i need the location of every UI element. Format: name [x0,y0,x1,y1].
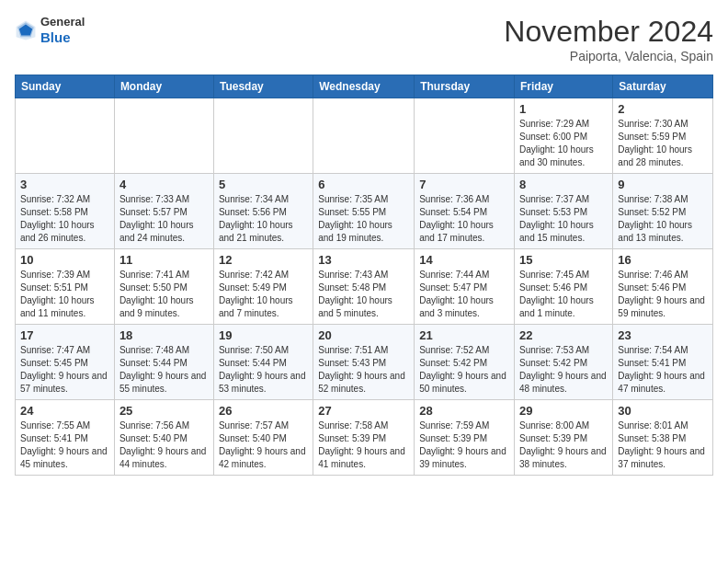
day-info: Sunrise: 7:52 AM Sunset: 5:42 PM Dayligh… [419,344,509,396]
day-info: Sunrise: 7:37 AM Sunset: 5:53 PM Dayligh… [519,193,608,245]
day-cell: 20Sunrise: 7:51 AM Sunset: 5:43 PM Dayli… [313,325,415,400]
logo-text: General Blue [40,15,85,46]
day-cell: 23Sunrise: 7:54 AM Sunset: 5:41 PM Dayli… [613,325,713,400]
day-number: 14 [419,253,509,267]
day-number: 9 [618,178,708,191]
day-info: Sunrise: 7:32 AM Sunset: 5:58 PM Dayligh… [20,193,109,245]
day-number: 23 [618,328,708,342]
day-number: 13 [318,253,409,267]
day-cell: 10Sunrise: 7:39 AM Sunset: 5:51 PM Dayli… [16,249,115,325]
day-info: Sunrise: 7:46 AM Sunset: 5:46 PM Dayligh… [618,269,708,320]
day-number: 2 [618,102,708,116]
day-cell: 12Sunrise: 7:42 AM Sunset: 5:49 PM Dayli… [213,249,313,325]
day-info: Sunrise: 7:50 AM Sunset: 5:44 PM Dayligh… [219,344,308,396]
day-info: Sunrise: 8:00 AM Sunset: 5:39 PM Dayligh… [519,419,608,471]
day-number: 15 [519,253,608,267]
day-number: 12 [219,253,308,267]
day-number: 22 [519,328,608,342]
day-cell [213,98,313,174]
day-number: 7 [419,178,509,191]
day-cell: 9Sunrise: 7:38 AM Sunset: 5:52 PM Daylig… [613,174,713,249]
day-cell: 3Sunrise: 7:32 AM Sunset: 5:58 PM Daylig… [16,174,115,249]
day-cell: 25Sunrise: 7:56 AM Sunset: 5:40 PM Dayli… [114,400,213,476]
day-info: Sunrise: 7:35 AM Sunset: 5:55 PM Dayligh… [318,193,409,245]
day-cell [415,98,515,174]
day-cell: 22Sunrise: 7:53 AM Sunset: 5:42 PM Dayli… [515,325,613,400]
day-info: Sunrise: 7:39 AM Sunset: 5:51 PM Dayligh… [20,269,109,320]
week-row-4: 24Sunrise: 7:55 AM Sunset: 5:41 PM Dayli… [16,400,713,476]
day-cell: 18Sunrise: 7:48 AM Sunset: 5:44 PM Dayli… [114,325,213,400]
col-header-wednesday: Wednesday [313,75,415,98]
col-header-sunday: Sunday [16,75,115,98]
day-cell: 26Sunrise: 7:57 AM Sunset: 5:40 PM Dayli… [213,400,313,476]
day-info: Sunrise: 7:29 AM Sunset: 6:00 PM Dayligh… [519,118,608,169]
calendar-header: SundayMondayTuesdayWednesdayThursdayFrid… [16,75,713,98]
calendar-body: 1Sunrise: 7:29 AM Sunset: 6:00 PM Daylig… [16,98,713,476]
logo-icon [15,19,37,41]
day-cell [16,98,115,174]
day-cell: 1Sunrise: 7:29 AM Sunset: 6:00 PM Daylig… [515,98,613,174]
day-info: Sunrise: 7:42 AM Sunset: 5:49 PM Dayligh… [219,269,308,320]
day-info: Sunrise: 7:33 AM Sunset: 5:57 PM Dayligh… [119,193,209,245]
day-cell: 29Sunrise: 8:00 AM Sunset: 5:39 PM Dayli… [515,400,613,476]
day-number: 18 [119,328,209,342]
day-info: Sunrise: 7:30 AM Sunset: 5:59 PM Dayligh… [618,118,708,169]
day-info: Sunrise: 7:56 AM Sunset: 5:40 PM Dayligh… [119,419,209,471]
day-info: Sunrise: 7:57 AM Sunset: 5:40 PM Dayligh… [219,419,308,471]
day-cell: 21Sunrise: 7:52 AM Sunset: 5:42 PM Dayli… [415,325,515,400]
day-info: Sunrise: 7:54 AM Sunset: 5:41 PM Dayligh… [618,344,708,396]
logo-blue: Blue [40,29,85,46]
day-info: Sunrise: 7:48 AM Sunset: 5:44 PM Dayligh… [119,344,209,396]
day-number: 10 [20,253,109,267]
day-number: 19 [219,328,308,342]
day-info: Sunrise: 7:34 AM Sunset: 5:56 PM Dayligh… [219,193,308,245]
day-cell: 2Sunrise: 7:30 AM Sunset: 5:59 PM Daylig… [613,98,713,174]
day-info: Sunrise: 7:51 AM Sunset: 5:43 PM Dayligh… [318,344,409,396]
page: General Blue November 2024 Paiporta, Val… [0,0,728,490]
day-number: 16 [618,253,708,267]
location: Paiporta, Valencia, Spain [504,49,713,63]
day-cell: 30Sunrise: 8:01 AM Sunset: 5:38 PM Dayli… [613,400,713,476]
day-cell [313,98,415,174]
day-info: Sunrise: 7:43 AM Sunset: 5:48 PM Dayligh… [318,269,409,320]
day-number: 20 [318,328,409,342]
day-info: Sunrise: 7:53 AM Sunset: 5:42 PM Dayligh… [519,344,608,396]
col-header-friday: Friday [515,75,613,98]
month-title: November 2024 [504,15,713,49]
day-cell: 19Sunrise: 7:50 AM Sunset: 5:44 PM Dayli… [213,325,313,400]
day-cell: 4Sunrise: 7:33 AM Sunset: 5:57 PM Daylig… [114,174,213,249]
day-cell: 27Sunrise: 7:58 AM Sunset: 5:39 PM Dayli… [313,400,415,476]
day-info: Sunrise: 7:58 AM Sunset: 5:39 PM Dayligh… [318,419,409,471]
day-number: 27 [318,404,409,418]
day-number: 4 [119,178,209,191]
day-info: Sunrise: 7:45 AM Sunset: 5:46 PM Dayligh… [519,269,608,320]
day-number: 30 [618,404,708,418]
day-info: Sunrise: 7:41 AM Sunset: 5:50 PM Dayligh… [119,269,209,320]
week-row-3: 17Sunrise: 7:47 AM Sunset: 5:45 PM Dayli… [16,325,713,400]
day-number: 25 [119,404,209,418]
day-cell: 8Sunrise: 7:37 AM Sunset: 5:53 PM Daylig… [515,174,613,249]
day-info: Sunrise: 7:44 AM Sunset: 5:47 PM Dayligh… [419,269,509,320]
day-cell [114,98,213,174]
day-cell: 14Sunrise: 7:44 AM Sunset: 5:47 PM Dayli… [415,249,515,325]
week-row-0: 1Sunrise: 7:29 AM Sunset: 6:00 PM Daylig… [16,98,713,174]
day-info: Sunrise: 8:01 AM Sunset: 5:38 PM Dayligh… [618,419,708,471]
col-header-thursday: Thursday [415,75,515,98]
day-cell: 13Sunrise: 7:43 AM Sunset: 5:48 PM Dayli… [313,249,415,325]
day-cell: 17Sunrise: 7:47 AM Sunset: 5:45 PM Dayli… [16,325,115,400]
day-cell: 24Sunrise: 7:55 AM Sunset: 5:41 PM Dayli… [16,400,115,476]
day-number: 21 [419,328,509,342]
day-number: 26 [219,404,308,418]
week-row-1: 3Sunrise: 7:32 AM Sunset: 5:58 PM Daylig… [16,174,713,249]
logo: General Blue [15,15,85,46]
day-cell: 7Sunrise: 7:36 AM Sunset: 5:54 PM Daylig… [415,174,515,249]
header: General Blue November 2024 Paiporta, Val… [15,15,713,63]
day-number: 6 [318,178,409,191]
day-cell: 28Sunrise: 7:59 AM Sunset: 5:39 PM Dayli… [415,400,515,476]
day-info: Sunrise: 7:59 AM Sunset: 5:39 PM Dayligh… [419,419,509,471]
day-number: 17 [20,328,109,342]
day-number: 11 [119,253,209,267]
header-row: SundayMondayTuesdayWednesdayThursdayFrid… [16,75,713,98]
day-cell: 6Sunrise: 7:35 AM Sunset: 5:55 PM Daylig… [313,174,415,249]
day-number: 8 [519,178,608,191]
